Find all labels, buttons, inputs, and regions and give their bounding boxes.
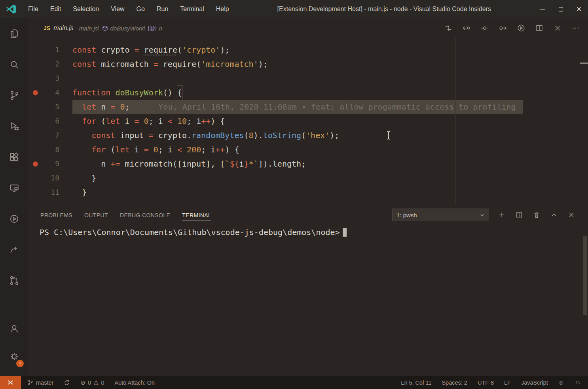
split-editor-button[interactable] (530, 19, 548, 37)
mouse-cursor-ibeam (386, 131, 391, 140)
menu-help[interactable]: Help (210, 0, 235, 18)
branch-item[interactable]: master (27, 379, 53, 386)
live-share-button[interactable] (0, 234, 28, 265)
split-terminal-icon (515, 211, 523, 219)
code-line-7[interactable]: 7 const input = crypto.randomBytes(8).to… (28, 128, 588, 142)
menu-edit[interactable]: Edit (44, 0, 67, 18)
code-line-10[interactable]: 10 } (28, 171, 588, 185)
window-controls: ✕ (533, 0, 588, 18)
breadcrumb-filename[interactable]: main.js (53, 25, 74, 32)
terminal-scrollbar[interactable] (583, 236, 587, 315)
tab-terminal[interactable]: TERMINAL (182, 210, 211, 220)
breadcrumb-path-file[interactable]: main.js\ (79, 25, 100, 32)
breadcrumb-symbol-variable[interactable]: n (159, 25, 162, 32)
kill-terminal-button[interactable] (528, 206, 545, 224)
source-control-button[interactable] (0, 80, 28, 111)
code-line-6[interactable]: 6 for (let i = 0; i < 10; i++) { (28, 114, 588, 128)
code-line-5[interactable]: 5 let n = 0;You, April 16th, 2020 11:08a… (28, 100, 588, 114)
debug-alt-button[interactable] (0, 203, 28, 234)
eol-item[interactable]: LF (504, 380, 511, 386)
breakpoint-gutter[interactable] (28, 142, 42, 157)
explorer-button[interactable] (0, 18, 28, 49)
search-button[interactable] (0, 49, 28, 80)
maximize-button[interactable] (552, 0, 570, 18)
breakpoint-gutter[interactable] (28, 100, 42, 114)
line-number: 3 (42, 71, 59, 85)
extensions-icon (9, 152, 19, 162)
menu-go[interactable]: Go (131, 0, 151, 18)
close-editor-button[interactable] (548, 19, 567, 37)
github-pr-button[interactable] (0, 265, 28, 296)
new-terminal-button[interactable] (493, 206, 510, 224)
settings-button[interactable]: 1 (0, 343, 28, 370)
feedback-button[interactable]: ☺ (558, 380, 564, 385)
breakpoint-icon[interactable] (28, 157, 42, 171)
step-out-button[interactable] (494, 19, 512, 37)
run-debug-button[interactable] (0, 111, 28, 142)
code-line-1[interactable]: 1const crypto = require('crypto'); (28, 43, 588, 57)
open-changes-button[interactable] (439, 19, 457, 37)
menu-selection[interactable]: Selection (67, 0, 105, 18)
line-number: 5 (42, 100, 59, 114)
close-window-button[interactable]: ✕ (570, 0, 588, 18)
problems-item[interactable]: ⊘ 0 ⚠ 0 (80, 380, 104, 386)
breadcrumb-symbol-function[interactable]: doBusyWork\ (110, 25, 146, 32)
step-back-button[interactable] (457, 19, 476, 37)
breakpoint-icon[interactable] (28, 85, 42, 100)
code-line-9[interactable]: 9 n += micromatch([input], [`${i}*`]).le… (28, 157, 588, 171)
line-number: 2 (42, 57, 59, 71)
code-line-8[interactable]: 8 for (let i = 0; i < 200; i++) { (28, 142, 588, 157)
code-line-3[interactable]: 3 (28, 71, 588, 85)
chevron-down-icon (480, 213, 485, 218)
share-icon (9, 245, 19, 255)
terminal-view[interactable]: PS C:\Users\Connor\Documents\Github\vsco… (28, 224, 588, 376)
breakpoint-gutter[interactable] (28, 171, 42, 185)
encoding-item[interactable]: UTF-8 (478, 380, 494, 386)
editor-vertical-guide (455, 38, 456, 205)
git-branch-icon (27, 379, 34, 386)
breakpoint-gutter[interactable] (28, 71, 42, 85)
more-actions-icon (571, 24, 580, 32)
remote-indicator[interactable] (0, 376, 21, 389)
language-mode-item[interactable]: JavaScript (521, 380, 548, 386)
menu-file[interactable]: File (22, 0, 44, 18)
split-terminal-button[interactable] (510, 206, 528, 224)
chevron-up-icon (550, 211, 558, 219)
tab-problems[interactable]: PROBLEMS (40, 210, 72, 220)
breakpoint-gutter[interactable] (28, 43, 42, 57)
panel-header: PROBLEMSOUTPUTDEBUG CONSOLETERMINAL 1: p… (28, 205, 588, 224)
main-area: 1 JS main.js main.js\ doBusyWork\ [@] n (0, 18, 588, 376)
close-panel-button[interactable] (563, 206, 580, 224)
notifications-button[interactable] (575, 380, 581, 386)
terminal-shell-select[interactable]: 1: pwsh (392, 209, 489, 221)
remote-explorer-button[interactable] (0, 173, 28, 203)
account-button[interactable] (0, 315, 28, 343)
menu-view[interactable]: View (105, 0, 130, 18)
more-actions-button[interactable] (567, 19, 585, 37)
terminal-line: PS C:\Users\Connor\Documents\Github\vsco… (40, 228, 588, 237)
step-over-icon (480, 24, 489, 32)
maximize-panel-button[interactable] (545, 206, 563, 224)
minimize-button[interactable] (533, 0, 552, 18)
indentation-item[interactable]: Spaces: 2 (442, 380, 467, 386)
extensions-button[interactable] (0, 142, 28, 173)
cursor-position-item[interactable]: Ln 5, Col 11 (401, 380, 431, 386)
tab-debug-console[interactable]: DEBUG CONSOLE (120, 210, 170, 220)
breakpoint-gutter[interactable] (28, 128, 42, 142)
code-editor[interactable]: 1const crypto = require('crypto');2const… (28, 38, 588, 205)
bottom-panel: PROBLEMSOUTPUTDEBUG CONSOLETERMINAL 1: p… (28, 205, 588, 376)
step-over-button[interactable] (476, 19, 494, 37)
code-line-4[interactable]: 4function doBusyWork() { (28, 85, 588, 100)
tab-output[interactable]: OUTPUT (84, 210, 108, 220)
code-line-11[interactable]: 11 } (28, 185, 588, 199)
code-line-2[interactable]: 2const micromatch = require('micromatch'… (28, 57, 588, 71)
menu-terminal[interactable]: Terminal (174, 0, 210, 18)
breakpoint-gutter[interactable] (28, 185, 42, 199)
auto-attach-item[interactable]: Auto Attach: On (115, 380, 155, 386)
javascript-file-icon: JS (44, 25, 50, 31)
breakpoint-gutter[interactable] (28, 57, 42, 71)
sync-button[interactable] (64, 380, 70, 386)
run-profile-button[interactable] (512, 19, 530, 37)
breakpoint-gutter[interactable] (28, 114, 42, 128)
menu-run[interactable]: Run (151, 0, 174, 18)
